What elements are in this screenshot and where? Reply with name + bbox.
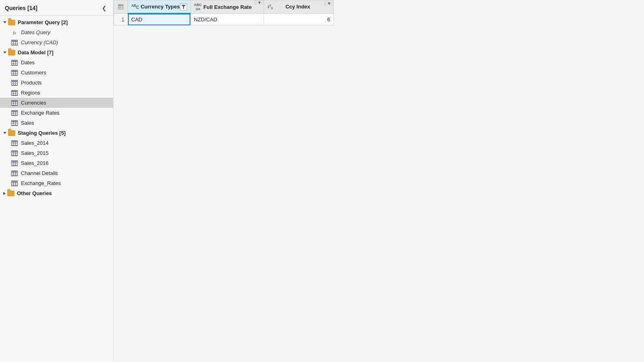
table-row: 1 CAD NZD/CAD 6 <box>114 14 334 25</box>
folder-icon <box>8 50 15 56</box>
data-table: ABC Currency Types <box>114 0 334 25</box>
item-label: Currencies <box>21 100 46 106</box>
column-header-currency-types[interactable]: ABC Currency Types <box>128 0 191 14</box>
item-label: Regions <box>21 90 40 96</box>
column-dropdown-button[interactable]: ▼ <box>255 0 264 5</box>
svg-marker-5 <box>182 5 186 9</box>
group-other-queries[interactable]: Other Queries <box>0 188 113 198</box>
row-number-cell: 1 <box>114 14 128 25</box>
cell-ccy-index[interactable]: 6 <box>264 14 334 25</box>
sidebar-item-regions[interactable]: Regions <box>0 88 113 98</box>
item-label: Currency (CAD) <box>21 39 58 45</box>
collapse-button[interactable]: ❮ <box>100 4 108 12</box>
sidebar-item-sales-2016[interactable]: Sales_2016 <box>0 158 113 168</box>
column-dropdown-button[interactable]: ▼ <box>324 1 333 6</box>
expand-icon <box>3 21 6 23</box>
table-icon <box>11 90 18 96</box>
item-label: Sales_2015 <box>21 150 49 156</box>
sidebar-item-currency-cad[interactable]: Currency (CAD) <box>0 37 113 47</box>
table-icon <box>11 80 18 86</box>
column-type-badge: ABC123 <box>194 3 202 11</box>
table-icon <box>11 140 18 146</box>
function-icon: fx <box>11 30 18 35</box>
svg-rect-1 <box>118 4 123 6</box>
column-type-badge: ABC <box>131 4 139 10</box>
column-header-full-exchange-rate[interactable]: ABC123 Full Exchange Rate ▼ <box>190 0 264 14</box>
sidebar-item-dates-query[interactable]: fx Dates Query <box>0 27 113 37</box>
table-icon <box>11 160 18 166</box>
filter-icon <box>182 5 186 9</box>
sidebar-item-exchange-rates[interactable]: Exchange Rates <box>0 108 113 118</box>
column-filter-button[interactable] <box>180 3 187 10</box>
item-label: Customers <box>21 70 46 76</box>
table-selector-icon <box>118 4 124 10</box>
table-area[interactable]: ABC Currency Types <box>114 0 644 362</box>
sidebar-item-sales-2015[interactable]: Sales_2015 <box>0 148 113 158</box>
table-icon <box>11 181 18 186</box>
sidebar-item-sales[interactable]: Sales <box>0 118 113 128</box>
table-icon <box>11 171 18 176</box>
sidebar: Queries [14] ❮ Parameter Query [2] fx Da… <box>0 0 114 362</box>
sidebar-item-customers[interactable]: Customers <box>0 68 113 78</box>
folder-icon <box>7 191 14 196</box>
item-label: Exchange_Rates <box>21 180 61 186</box>
column-name: Currency Types <box>140 4 180 10</box>
group-parameter-query[interactable]: Parameter Query [2] <box>0 17 113 27</box>
row-num-header <box>114 0 128 14</box>
column-name: Full Exchange Rate <box>203 4 252 10</box>
sidebar-item-currencies[interactable]: Currencies <box>0 98 113 108</box>
group-staging-queries[interactable]: Staging Queries [5] <box>0 128 113 138</box>
item-label: Sales_2016 <box>21 160 49 166</box>
table-icon <box>11 100 18 106</box>
folder-icon <box>8 130 15 136</box>
sidebar-item-exchange-rates-staging[interactable]: Exchange_Rates <box>0 178 113 188</box>
table-icon <box>11 60 18 66</box>
table-icon <box>11 120 18 126</box>
item-label: Products <box>21 80 41 86</box>
table-icon <box>11 150 18 156</box>
sidebar-item-channel-details[interactable]: Channel Details <box>0 168 113 178</box>
item-label: Sales <box>21 120 34 126</box>
column-header-ccy-index[interactable]: 123 Ccy Index ▼ <box>264 0 334 14</box>
expand-icon <box>3 132 6 134</box>
group-label: Data Model [7] <box>18 49 54 56</box>
sidebar-header: Queries [14] ❮ <box>0 0 113 16</box>
group-label: Parameter Query [2] <box>18 19 68 25</box>
sidebar-item-sales-2014[interactable]: Sales_2014 <box>0 138 113 148</box>
sidebar-item-dates[interactable]: Dates <box>0 58 113 68</box>
expand-icon <box>3 51 6 53</box>
item-label: Dates Query <box>21 29 50 35</box>
sidebar-title: Queries [14] <box>5 5 37 11</box>
item-label: Exchange Rates <box>21 110 59 116</box>
folder-icon <box>8 20 15 25</box>
group-data-model[interactable]: Data Model [7] <box>0 47 113 58</box>
sidebar-content: Parameter Query [2] fx Dates Query Curre… <box>0 16 113 200</box>
cell-currency-types[interactable]: CAD <box>128 14 191 25</box>
column-name: Ccy Index <box>275 4 322 10</box>
item-label: Dates <box>21 60 35 66</box>
table-icon <box>11 110 18 116</box>
table-icon <box>11 40 18 45</box>
column-type-badge: 123 <box>267 4 272 10</box>
group-label: Other Queries <box>17 190 52 196</box>
expand-icon <box>3 192 6 195</box>
item-label: Channel Details <box>21 170 58 176</box>
table-icon <box>11 70 18 76</box>
sidebar-item-products[interactable]: Products <box>0 78 113 88</box>
item-label: Sales_2014 <box>21 140 49 146</box>
main-content: ABC Currency Types <box>114 0 644 362</box>
group-label: Staging Queries [5] <box>18 130 66 136</box>
cell-full-exchange-rate[interactable]: NZD/CAD <box>190 14 264 25</box>
